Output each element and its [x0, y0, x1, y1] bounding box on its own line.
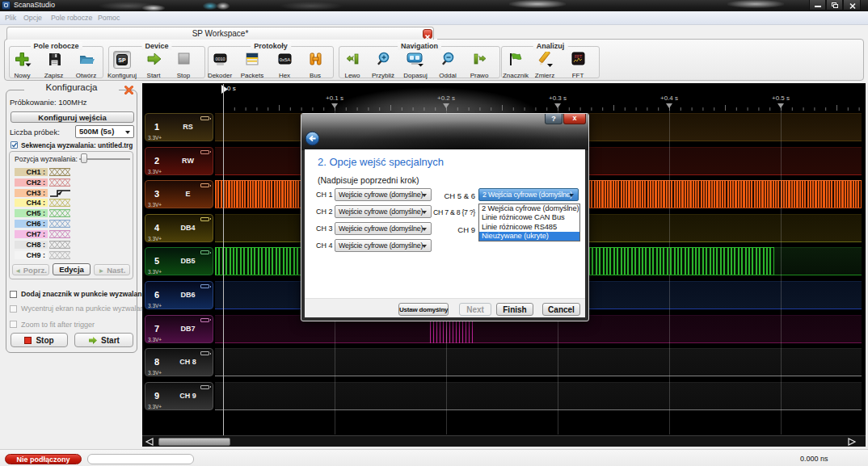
svg-text:0010: 0010: [215, 57, 225, 61]
svg-text:FFT: FFT: [575, 54, 582, 59]
svg-text:0x5A: 0x5A: [280, 57, 291, 62]
